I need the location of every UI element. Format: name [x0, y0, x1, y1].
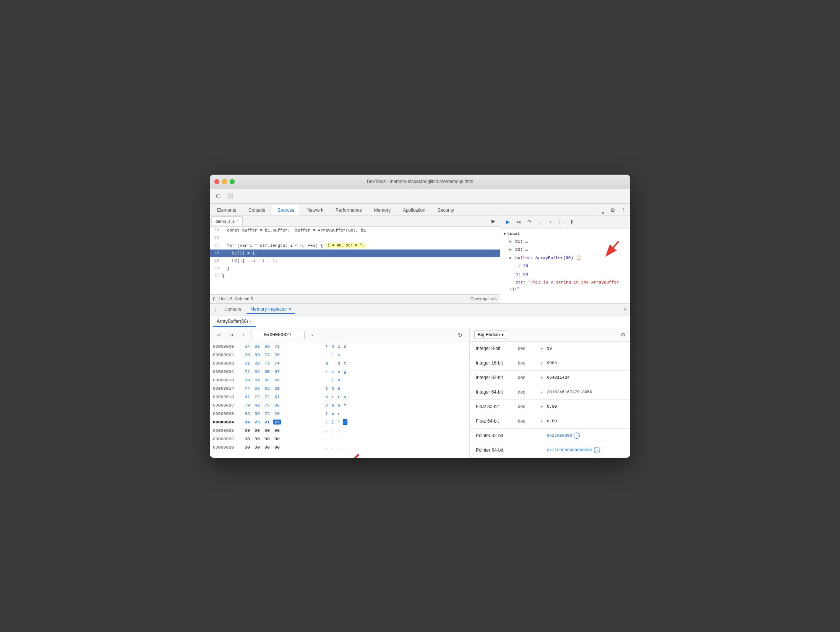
- console-panel-tab[interactable]: Console: [221, 305, 245, 314]
- source-status-bar: {} Line 18, Column 5 Coverage: n/a: [210, 294, 500, 303]
- hex-row-24: 00000024 3A 29 21 27 : ): [210, 418, 469, 426]
- hex-panel[interactable]: ↩ ↪ ‹ › ↻ 00000000 54: [210, 328, 470, 458]
- panel-tab-bar: ⋮ Console Memory Inspector × ✕: [210, 304, 630, 316]
- prev-address-button[interactable]: ‹: [239, 331, 248, 340]
- main-tabs-bar: Elements Console Sources Network Perform…: [210, 204, 630, 216]
- brace-icon: {}: [213, 297, 216, 301]
- step-over-button[interactable]: ↷: [525, 217, 534, 227]
- debugger-panel: ▶ ⏭ ↷ ↓ ↑ ⬚ ⏸ ▼ Local ▶: [500, 216, 630, 303]
- hex-row-2c: 0000002C 00 00 00 00 . .: [210, 435, 469, 443]
- coverage-status: Coverage: n/a: [470, 297, 497, 301]
- source-filename: demo-js.js: [216, 219, 235, 224]
- deactivate-button[interactable]: ⬚: [557, 217, 566, 227]
- title-bar: DevTools - memory-inspector.glitch.me/de…: [210, 175, 630, 189]
- hex-row-18: 00000018 41 72 72 61 A r: [210, 393, 469, 401]
- chevron-down-icon: ▾: [501, 332, 504, 337]
- code-annotation-17: i = 40, str = "T: [326, 243, 366, 248]
- inspector-row-int64: Integer 64-bit dec ▾ 281024616747918950: [470, 385, 630, 400]
- debugger-content: ▼ Local ▶ b1: … ▶ b2: … ▶: [500, 228, 630, 297]
- hex-row-c: 0000000C 72 69 6E 67 r i: [210, 368, 469, 376]
- panel-menu-icon[interactable]: ⋮: [213, 307, 217, 312]
- memory-sub-tab-bar: ArrayBuffer(60) ×: [210, 316, 630, 328]
- step-into-button[interactable]: ↓: [535, 217, 545, 227]
- var-str: str: "This is a string in the ArrayBuffe…: [503, 279, 627, 293]
- tab-security[interactable]: Security: [432, 205, 460, 216]
- selected-char[interactable]: ': [343, 419, 347, 425]
- panel-close-button[interactable]: ✕: [623, 307, 627, 312]
- bottom-panel: ⋮ Console Memory Inspector × ✕ Ar: [210, 304, 630, 458]
- tab-application[interactable]: Application: [397, 205, 431, 216]
- inspector-row-ptr32: Pointer 32-bit 0x27000000 →: [470, 429, 630, 443]
- device-icon[interactable]: ⬜: [224, 191, 235, 201]
- var-n: n: 60: [503, 271, 627, 279]
- tab-memory[interactable]: Memory: [368, 205, 396, 216]
- undo-button[interactable]: ↩: [214, 331, 224, 340]
- close-button[interactable]: [214, 179, 219, 184]
- code-line-20: 20 }: [210, 265, 500, 272]
- arraybuffer-tab[interactable]: ArrayBuffer(60) ×: [213, 316, 256, 327]
- devtools-window: DevTools - memory-inspector.glitch.me/de…: [210, 175, 630, 458]
- tab-elements[interactable]: Elements: [211, 205, 242, 216]
- selected-byte[interactable]: 27: [273, 420, 281, 425]
- memory-inspector-panel-tab[interactable]: Memory Inspector ×: [246, 305, 295, 314]
- source-position: Line 18, Column 5: [219, 297, 253, 301]
- pointer32-navigate-icon[interactable]: →: [574, 433, 580, 439]
- settings-icon[interactable]: ⚙: [607, 205, 618, 216]
- inspector-row-int8: Integer 8-bit dec ▾ 39: [470, 342, 630, 356]
- source-tab-close[interactable]: ×: [236, 219, 238, 223]
- scope-label: ▼ Local: [503, 232, 627, 236]
- code-line-15: 15 const buffer = b1.buffer; buffer = Ar…: [210, 227, 500, 234]
- pause-button[interactable]: ⏭: [514, 217, 523, 227]
- more-options-icon[interactable]: ⋮: [618, 205, 629, 216]
- devtools-body: ⬡ ⬜ Elements Console Sources Network Per…: [210, 189, 630, 458]
- code-line-18: 18 b1[i] = i;: [210, 250, 500, 257]
- tab-sources[interactable]: Sources: [272, 205, 300, 216]
- inspector-row-int16: Integer 16-bit dec ▾ 9984: [470, 356, 630, 371]
- resume-button[interactable]: ▶: [503, 217, 512, 227]
- maximize-button[interactable]: [230, 179, 235, 184]
- step-out-button[interactable]: ↑: [546, 217, 555, 227]
- hex-row-0: 00000000 54 68 69 73 T h: [210, 342, 469, 351]
- main-content: demo-js.js × ▶ 15 const buffer = b1.buff…: [210, 216, 630, 458]
- address-input[interactable]: [251, 331, 305, 339]
- inspector-gear-icon[interactable]: ⚙: [621, 332, 626, 338]
- tab-performance[interactable]: Performance: [330, 205, 368, 216]
- traffic-lights: [214, 179, 235, 184]
- hex-row-20: 00000020 66 65 72 20 f e: [210, 410, 469, 418]
- next-address-button[interactable]: ›: [308, 331, 317, 340]
- memory-content: ↩ ↪ ‹ › ↻ 00000000 54: [210, 328, 630, 458]
- code-line-21: 21 }: [210, 272, 500, 280]
- arraybuffer-tab-close[interactable]: ×: [250, 319, 252, 324]
- memory-inspector-panel: ⋮ Console Memory Inspector × ✕ Ar: [210, 304, 630, 458]
- source-run-button[interactable]: ▶: [488, 218, 498, 224]
- var-b1: ▶ b1: …: [503, 238, 627, 246]
- hex-row-28: 00000028 00 00 00 00 . .: [210, 426, 469, 435]
- refresh-button[interactable]: ↻: [456, 331, 465, 340]
- source-tab-bar: demo-js.js × ▶: [210, 216, 500, 227]
- hex-row-8: 00000008 61 20 73 74 a: [210, 359, 469, 368]
- more-tabs-button[interactable]: »: [598, 210, 607, 216]
- source-file-tab[interactable]: demo-js.js ×: [211, 216, 243, 225]
- tab-console[interactable]: Console: [243, 205, 271, 216]
- hex-row-30: 00000030 00 00 00 00 . .: [210, 443, 469, 452]
- cursor-icon[interactable]: ⬡: [213, 191, 224, 201]
- tab-network[interactable]: Network: [301, 205, 329, 216]
- pause-exceptions-button[interactable]: ⏸: [568, 217, 577, 227]
- var-buffer: ▶ buffer: ArrayBuffer(60) 📋: [503, 254, 627, 263]
- redo-button[interactable]: ↪: [227, 331, 236, 340]
- code-line-17: 17 for (var i = str.length; i < n; ++i) …: [210, 242, 500, 250]
- endian-selector[interactable]: Big Endian ▾: [474, 331, 507, 339]
- code-area[interactable]: 15 const buffer = b1.buffer; buffer = Ar…: [210, 227, 500, 294]
- inspector-row-float64: Float 64-bit dec ▾ 0.00: [470, 414, 630, 429]
- inspector-row-ptr64: Pointer 64-bit 0x2700000000000000 →: [470, 443, 630, 458]
- inspector-toolbar: Big Endian ▾ ⚙: [470, 328, 630, 342]
- code-line-19: 19 b2[i] = n - i - 1;: [210, 257, 500, 265]
- inspector-row-int32: Integer 32-bit dec ▾ 654311424: [470, 371, 630, 385]
- pointer64-navigate-icon[interactable]: →: [594, 447, 600, 453]
- hex-row-1c: 0000001C 79 42 75 66 y B: [210, 401, 469, 410]
- minimize-button[interactable]: [222, 179, 227, 184]
- memory-inspector-close[interactable]: ×: [289, 306, 291, 312]
- source-panel: demo-js.js × ▶ 15 const buffer = b1.buff…: [210, 216, 500, 303]
- var-b2: ▶ b2: …: [503, 246, 627, 254]
- devtools-top-toolbar: ⬡ ⬜: [210, 189, 630, 204]
